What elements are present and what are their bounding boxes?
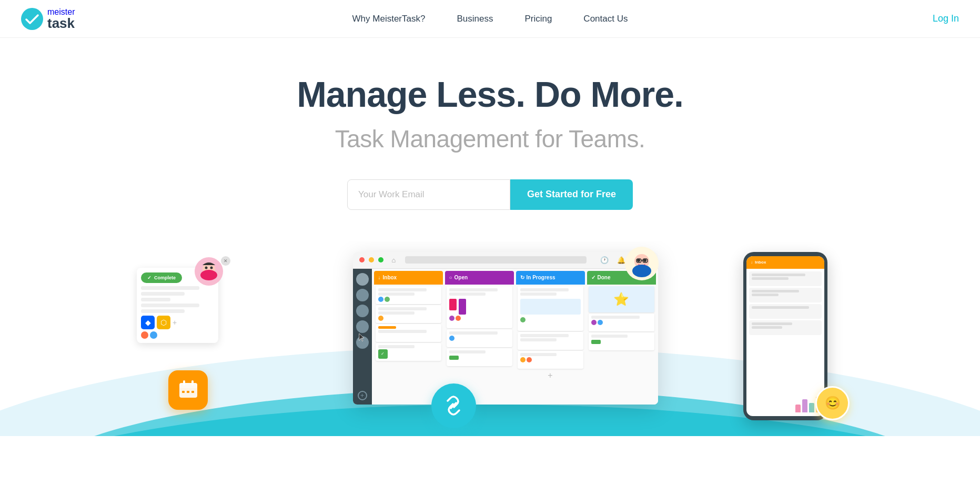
mobile-task-card xyxy=(749,271,822,286)
address-bar xyxy=(405,256,586,264)
logo[interactable]: meister task xyxy=(21,8,75,30)
task-avatars xyxy=(520,317,581,322)
task-card xyxy=(376,286,441,304)
bar-purple xyxy=(459,299,466,315)
app-sidebar: + xyxy=(353,269,372,405)
task-card xyxy=(518,286,583,331)
mobile-task-card xyxy=(749,320,822,335)
window-maximize-dot xyxy=(378,257,383,262)
done-icon: ✓ xyxy=(591,275,595,280)
bar-3 xyxy=(809,403,814,412)
mobile-screen: ↓ Inbox xyxy=(746,256,824,416)
task-line xyxy=(520,334,569,337)
green-badge xyxy=(449,356,459,360)
close-button[interactable]: ✕ xyxy=(221,256,230,266)
calendar-svg xyxy=(178,379,199,400)
float-emoji-icon: 😊 xyxy=(815,386,850,420)
login-link[interactable]: Log In xyxy=(933,13,959,24)
assignee-avatar xyxy=(449,316,454,321)
mobile-task-line xyxy=(752,306,809,309)
mobile-task-line xyxy=(752,290,799,292)
task-card xyxy=(447,348,512,366)
add-tool-icon: + xyxy=(173,316,177,329)
mobile-body xyxy=(746,269,824,338)
navigation: meister task Why MeisterTask? Business P… xyxy=(0,0,980,38)
assignee-avatar xyxy=(520,357,526,362)
get-started-button[interactable]: Get Started for Free xyxy=(510,179,633,210)
avatar-glasses-svg xyxy=(625,247,659,281)
inbox-download-icon: ↓ xyxy=(378,275,381,280)
column-inbox: ↓ Inbox xyxy=(374,269,443,405)
logo-task: task xyxy=(47,16,75,30)
task-line xyxy=(591,335,628,338)
svg-rect-11 xyxy=(183,380,185,386)
task-image-card: ⭐ xyxy=(589,286,654,312)
card-line xyxy=(141,286,199,290)
mobile-task-line xyxy=(752,326,782,329)
column-header-inbox: ↓ Inbox xyxy=(374,271,443,285)
hero-section: Manage Less. Do More. Task Management fo… xyxy=(0,38,980,210)
task-card: ✓ xyxy=(376,343,441,361)
green-badge xyxy=(591,340,601,344)
task-line xyxy=(520,288,569,291)
task-card xyxy=(589,314,654,331)
svg-point-0 xyxy=(21,8,43,30)
hero-cta: Get Started for Free xyxy=(11,179,969,210)
card-tool-icons: ◆ ⬡ + xyxy=(141,316,214,329)
hero-headline: Manage Less. Do More. xyxy=(11,75,969,114)
task-line xyxy=(378,345,415,348)
kanban-board: ↓ Inbox xyxy=(372,269,658,405)
mobile-download-icon: ↓ xyxy=(751,260,753,265)
task-line xyxy=(378,311,415,315)
mobile-task-line xyxy=(752,322,792,325)
task-card xyxy=(447,329,512,347)
task-avatars xyxy=(520,357,581,362)
assignee-avatar xyxy=(527,357,532,362)
nav-item-pricing[interactable]: Pricing xyxy=(524,14,552,24)
svg-rect-12 xyxy=(191,380,194,386)
task-card xyxy=(447,286,512,328)
svg-point-7 xyxy=(205,266,208,269)
column-body-inbox: ✓ xyxy=(374,285,443,405)
nav-item-business[interactable]: Business xyxy=(457,14,493,24)
task-card xyxy=(518,351,583,369)
assignee-avatar xyxy=(378,316,383,321)
window-close-dot xyxy=(359,257,365,262)
card-line xyxy=(141,292,185,296)
add-task-button[interactable]: + xyxy=(518,370,583,381)
sidebar-add-btn[interactable]: + xyxy=(358,391,367,400)
column-inprogress: ↻ In Progress xyxy=(516,269,585,405)
link-svg xyxy=(441,393,466,418)
mobile-task-card xyxy=(749,288,822,302)
nav-item-why[interactable]: Why MeisterTask? xyxy=(352,14,426,24)
svg-rect-14 xyxy=(187,391,189,393)
assignee-avatar xyxy=(520,317,526,322)
nav-links: Why MeisterTask? Business Pricing Contac… xyxy=(352,14,628,24)
sketch-icon: ⬡ xyxy=(157,316,170,329)
sidebar-avatar-4 xyxy=(356,320,369,333)
column-body-done: ⭐ xyxy=(587,285,656,405)
sidebar-avatar-1 xyxy=(356,273,369,286)
assignee-avatar xyxy=(598,320,603,325)
card-line xyxy=(141,309,185,313)
svg-point-8 xyxy=(210,266,213,269)
clock-icon: 🕐 xyxy=(600,256,609,264)
email-input[interactable] xyxy=(347,179,510,210)
bar-1 xyxy=(795,405,801,412)
mini-bars xyxy=(449,299,510,315)
card-line xyxy=(141,304,199,307)
mobile-task-card xyxy=(749,304,822,319)
mobile-task-line xyxy=(752,294,779,296)
inprogress-icon: ↻ xyxy=(520,275,524,280)
app-body: + ↓ Inbox xyxy=(353,269,658,405)
nav-item-contact[interactable]: Contact Us xyxy=(583,14,628,24)
task-avatars xyxy=(378,316,439,321)
task-line xyxy=(449,288,498,291)
svg-point-23 xyxy=(632,265,651,277)
complete-check-icon: ✓ xyxy=(147,275,151,280)
avatar-svg xyxy=(195,257,224,286)
task-line xyxy=(520,338,557,341)
task-card xyxy=(518,332,583,350)
task-card xyxy=(589,332,654,350)
svg-rect-15 xyxy=(191,391,194,393)
